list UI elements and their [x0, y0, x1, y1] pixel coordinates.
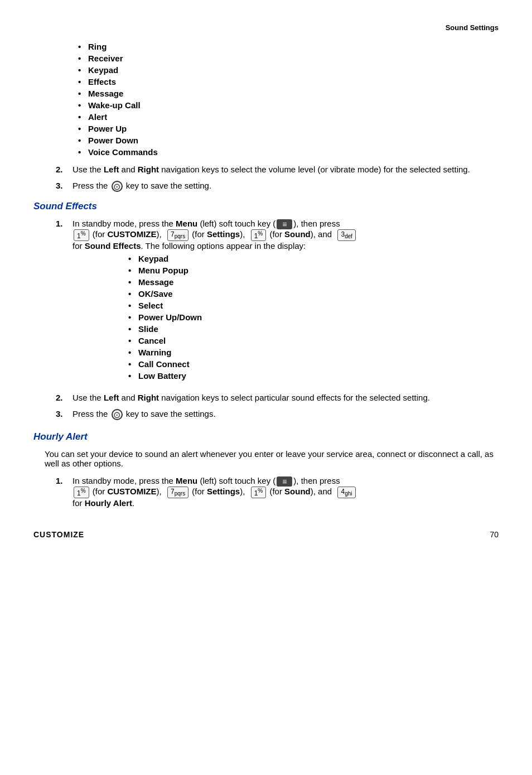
key-badge-customize: 1%	[74, 229, 89, 241]
list-item: Effects	[78, 77, 499, 86]
footer-page-number: 70	[490, 530, 499, 539]
list-item: Cancel	[128, 336, 499, 345]
bold-sound: Sound	[284, 230, 311, 239]
bold-text: Right	[138, 165, 159, 174]
bold-sound-2: Sound	[284, 487, 311, 497]
bold-menu: Menu	[176, 219, 197, 228]
list-item: Ring	[78, 42, 499, 51]
step-item: 2. Use the Left and Right navigation key…	[56, 393, 499, 402]
step-item: 1. In standby mode, press the Menu (left…	[56, 219, 499, 386]
sound-effects-steps: 1. In standby mode, press the Menu (left…	[33, 219, 499, 420]
list-item: Keypad	[128, 254, 499, 263]
list-item: Select	[128, 301, 499, 310]
step-content: Use the Left and Right navigation keys t…	[72, 393, 499, 402]
sound-effects-section: Sound Effects 1. In standby mode, press …	[33, 201, 499, 420]
section-title-sound-effects: Sound Effects	[33, 201, 499, 212]
step-item: 3. Press the key to save the settings.	[56, 409, 499, 420]
menu-icon-2	[277, 476, 292, 487]
bold-sound-effects: Sound Effects	[85, 241, 141, 251]
bold-settings: Settings	[207, 230, 240, 239]
list-item: Receiver	[78, 54, 499, 63]
step-number: 2.	[56, 393, 72, 402]
ok-center-icon-2	[112, 409, 123, 420]
bold-menu: Menu	[176, 476, 197, 485]
list-item: Menu Popup	[128, 266, 499, 275]
step-number: 3.	[56, 181, 72, 192]
list-item: Power Down	[78, 136, 499, 145]
key-badge-customize-2: 1%	[74, 487, 89, 498]
step-content: Press the key to save the settings.	[72, 409, 499, 420]
page-header: Sound Settings	[33, 22, 499, 32]
hourly-alert-intro: You can set your device to sound an aler…	[33, 449, 499, 468]
bold-text: Left	[104, 393, 119, 402]
initial-bullet-list: Ring Receiver Keypad Effects Message Wak…	[33, 42, 499, 157]
sound-effects-options: Keypad Menu Popup Message OK/Save Select…	[72, 254, 499, 381]
bold-settings-2: Settings	[207, 487, 240, 497]
bold-text: Left	[104, 165, 119, 174]
list-item: Keypad	[78, 65, 499, 75]
bold-customize: CUSTOMIZE	[107, 230, 156, 239]
list-item: Message	[128, 277, 499, 287]
step-content: Use the Left and Right navigation keys t…	[72, 165, 499, 174]
step-content: In standby mode, press the Menu (left) s…	[72, 219, 499, 386]
page-title: Sound Settings	[446, 23, 499, 32]
ok-center-icon	[112, 181, 123, 192]
list-item: Call Connect	[128, 359, 499, 369]
list-item: Power Up	[78, 124, 499, 133]
step-content: In standby mode, press the Menu (left) s…	[72, 476, 499, 508]
menu-icon	[277, 219, 292, 229]
key-badge-sound-2: 1%	[251, 487, 267, 498]
initial-steps: 2. Use the Left and Right navigation key…	[33, 165, 499, 192]
step-item: 3. Press the key to save the setting.	[56, 181, 499, 192]
list-item: Wake-up Call	[78, 100, 499, 110]
step-number: 1.	[56, 219, 72, 386]
bold-hourly-alert: Hourly Alert	[85, 498, 132, 508]
key-badge-settings: 7pqrs	[167, 229, 188, 240]
step-content: Press the key to save the setting.	[72, 181, 499, 192]
section-title-hourly-alert: Hourly Alert	[33, 431, 499, 442]
list-item: Voice Commands	[78, 147, 499, 157]
step-number: 1.	[56, 476, 72, 508]
step-number: 3.	[56, 409, 72, 420]
step-item: 2. Use the Left and Right navigation key…	[56, 165, 499, 174]
hourly-alert-steps: 1. In standby mode, press the Menu (left…	[33, 476, 499, 508]
bold-customize-2: CUSTOMIZE	[107, 487, 156, 497]
key-badge-4: 4ghi	[337, 487, 355, 498]
footer-brand: CUSTOMIZE	[33, 530, 84, 539]
list-item: Message	[78, 89, 499, 98]
key-badge-sound: 1%	[251, 229, 267, 241]
key-badge-3: 3def	[337, 229, 356, 240]
step-number: 2.	[56, 165, 72, 174]
list-item: Power Up/Down	[128, 312, 499, 322]
hourly-alert-section: Hourly Alert You can set your device to …	[33, 431, 499, 508]
list-item: Warning	[128, 348, 499, 357]
step-item: 1. In standby mode, press the Menu (left…	[56, 476, 499, 508]
key-badge-settings-2: 7pqrs	[167, 487, 188, 498]
list-item: Low Battery	[128, 371, 499, 381]
list-item: OK/Save	[128, 289, 499, 299]
page-footer: CUSTOMIZE 70	[33, 524, 499, 539]
list-item: Slide	[128, 324, 499, 334]
list-item: Alert	[78, 112, 499, 122]
bold-text: Right	[138, 393, 159, 402]
